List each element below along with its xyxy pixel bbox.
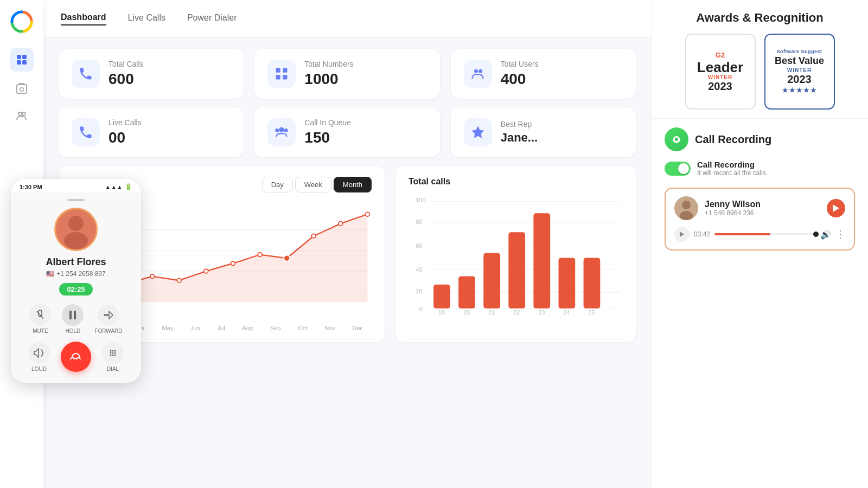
- svg-rect-52: [584, 258, 601, 308]
- svg-rect-69: [69, 311, 72, 319]
- audio-progress-bar[interactable]: [714, 233, 816, 235]
- end-call-button[interactable]: [61, 342, 91, 372]
- svg-rect-1: [17, 55, 21, 59]
- bar-chart-card: Total calls 100 80 60 40 20 0: [395, 166, 636, 342]
- caller-flag-icon: 🇺🇸: [46, 270, 54, 278]
- stat-rep-label: Best Rep: [501, 120, 538, 129]
- tab-live-calls[interactable]: Live Calls: [128, 13, 165, 25]
- dial-button[interactable]: DIAL: [102, 342, 124, 372]
- forward-button[interactable]: FORWARD: [94, 304, 122, 334]
- badge-2023-label: 2023: [708, 80, 732, 93]
- toggle-knob: [678, 163, 689, 174]
- toggle-label: Call Recording: [697, 160, 768, 169]
- sidebar-item-users[interactable]: [10, 104, 34, 128]
- volume-icon[interactable]: 🔊: [820, 229, 831, 240]
- svg-point-66: [68, 216, 84, 231]
- svg-text:20: 20: [416, 288, 422, 294]
- dial-icon: [102, 342, 124, 364]
- svg-rect-46: [433, 285, 450, 309]
- call-recording-toggle[interactable]: [665, 162, 691, 176]
- tab-power-dialer[interactable]: Power Dialer: [187, 13, 237, 25]
- x-label-nov: Nov: [324, 325, 335, 331]
- svg-rect-12: [283, 75, 288, 79]
- caller-phone: 🇺🇸 +1 254 2658 897: [46, 270, 105, 278]
- audio-play-small[interactable]: [674, 227, 690, 242]
- mute-button[interactable]: MUTE: [29, 304, 51, 334]
- grid-icon: [267, 60, 296, 88]
- play-button[interactable]: [827, 199, 845, 217]
- stat-live-info: Live Calls 00: [108, 118, 142, 146]
- loud-button[interactable]: LOUD: [28, 342, 50, 372]
- svg-point-14: [478, 69, 482, 73]
- stats-row-1: Total Calls 600 Total Numbers 1000: [43, 38, 651, 99]
- sidebar-item-dashboard[interactable]: [10, 48, 34, 72]
- x-label-may: May: [162, 325, 173, 331]
- users-stat-icon: [464, 60, 492, 88]
- stat-calls-info: Total Calls 600: [108, 60, 144, 88]
- award-leader-badge: G2 Leader WINTER 2023: [685, 34, 756, 110]
- stat-queue-info: Call In Queue 150: [304, 118, 351, 146]
- stat-best-rep: Best Rep Jane...: [451, 107, 636, 157]
- svg-point-0: [10, 10, 34, 34]
- more-options-icon[interactable]: ⋮: [835, 228, 845, 240]
- filter-week[interactable]: Week: [295, 177, 331, 192]
- live-calls-icon: [72, 118, 100, 146]
- stat-calls-value: 600: [108, 70, 144, 88]
- svg-text:25: 25: [588, 309, 595, 314]
- stat-total-calls: Total Calls 600: [59, 49, 244, 99]
- hold-label: HOLD: [66, 328, 81, 334]
- svg-rect-51: [559, 258, 576, 308]
- x-label-aug: Aug: [242, 325, 253, 331]
- phone-status-bar: 1:30 PM ▲▲▲ 🔋: [11, 179, 141, 192]
- forward-icon: [98, 304, 119, 326]
- phone-mockup: 1:30 PM ▲▲▲ 🔋 Albert Flores 🇺🇸 +1 254 26…: [11, 179, 141, 383]
- stat-users-value: 400: [501, 70, 539, 88]
- stat-numbers-info: Total Numbers 1000: [304, 60, 353, 88]
- x-label-oct: Oct: [298, 325, 307, 331]
- svg-point-67: [64, 232, 88, 249]
- svg-point-71: [110, 350, 112, 351]
- tab-dashboard[interactable]: Dashboard: [61, 12, 106, 25]
- stat-live-label: Live Calls: [108, 118, 142, 127]
- x-label-sep: Sep: [270, 325, 281, 331]
- call-actions-row1: MUTE HOLD FORWARD: [29, 304, 122, 334]
- dial-label: DIAL: [107, 366, 119, 372]
- audio-progress-fill: [714, 233, 770, 235]
- svg-point-25: [150, 274, 155, 279]
- mute-label: MUTE: [33, 328, 48, 334]
- loud-label: LOUD: [31, 366, 47, 372]
- awards-title: Awards & Recognition: [665, 11, 855, 25]
- jenny-wilson-card: Jenny Wilson +1 548 8964 236 03:42: [665, 188, 855, 251]
- x-label-jul: Jul: [218, 325, 225, 331]
- phone-status-icons: ▲▲▲ 🔋: [105, 183, 132, 190]
- jenny-info: Jenny Wilson +1 548 8964 236: [705, 200, 820, 217]
- svg-point-28: [231, 261, 235, 266]
- call-recording-title: Call Recording: [695, 133, 771, 146]
- app-logo[interactable]: [9, 9, 35, 35]
- stat-total-numbers: Total Numbers 1000: [254, 49, 439, 99]
- svg-point-75: [112, 352, 114, 354]
- svg-text:0: 0: [419, 306, 423, 312]
- audio-duration: 03:42: [694, 230, 710, 238]
- badge-best-value-text: Best Value: [775, 55, 824, 67]
- call-recording-icon: [665, 127, 688, 151]
- filter-month[interactable]: Month: [334, 177, 372, 192]
- top-navigation: Dashboard Live Calls Power Dialer: [43, 0, 651, 38]
- hold-button[interactable]: HOLD: [62, 304, 84, 334]
- stat-rep-value: Jane...: [501, 131, 538, 145]
- svg-point-29: [258, 253, 262, 257]
- sidebar-item-building[interactable]: [10, 76, 34, 100]
- phone-body: Albert Flores 🇺🇸 +1 254 2658 897 02:25 M…: [11, 192, 141, 383]
- caller-avatar: [54, 208, 98, 251]
- svg-point-63: [682, 201, 691, 209]
- svg-rect-4: [22, 60, 27, 65]
- star-icon: [464, 118, 492, 146]
- x-label-dec: Dec: [353, 325, 363, 331]
- svg-point-26: [177, 278, 182, 282]
- badge-best-year: 2023: [787, 73, 812, 86]
- filter-day[interactable]: Day: [262, 177, 293, 192]
- battery-icon: 🔋: [125, 183, 132, 190]
- svg-rect-70: [74, 311, 76, 319]
- stat-numbers-value: 1000: [304, 70, 353, 88]
- svg-line-68: [37, 311, 43, 319]
